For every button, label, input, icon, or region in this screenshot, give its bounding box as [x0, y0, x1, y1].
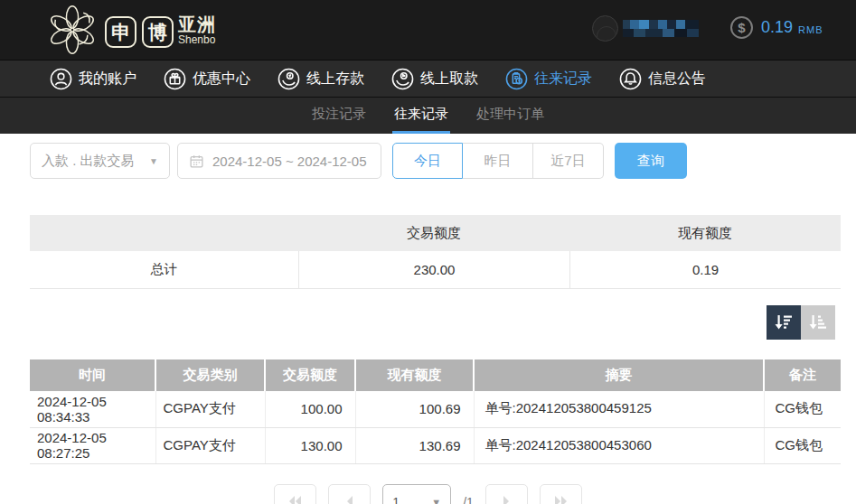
filter-bar: 入款 . 出款交易 ▼ 2024-12-05 ~ 2024-12-05 今日 昨… — [0, 143, 856, 179]
sort-controls — [767, 305, 835, 340]
flower-logo-icon — [45, 3, 99, 57]
summary-table: 交易额度 现有额度 总计 230.00 0.19 — [30, 215, 841, 289]
summary-trade-amount: 230.00 — [298, 251, 569, 288]
yesterday-button[interactable]: 昨日 — [463, 143, 533, 179]
logo-char-box: 博 — [142, 16, 174, 48]
records-header-row: 时间 交易类别 交易额度 现有额度 摘要 备注 — [30, 359, 841, 391]
sort-descending-icon — [774, 313, 794, 332]
next-page-button[interactable] — [485, 484, 528, 504]
table-row: 2024-12-05 08:27:25 CGPAY支付 130.00 130.6… — [30, 427, 841, 463]
double-chevron-right-icon — [552, 494, 569, 504]
date-range-picker[interactable]: 2024-12-05 ~ 2024-12-05 — [177, 143, 381, 179]
sub-nav: 投注记录 往来记录 处理中订单 — [0, 97, 856, 134]
tab-transaction-records[interactable]: 往来记录 — [392, 98, 450, 134]
cell-time: 2024-12-05 08:27:25 — [30, 427, 155, 463]
balance-currency: RMB — [798, 21, 823, 35]
query-button[interactable]: 查询 — [615, 143, 687, 179]
tab-bet-records[interactable]: 投注记录 — [310, 98, 368, 134]
nav-item-my-account[interactable]: 我的账户 — [50, 68, 136, 90]
tab-pending-orders[interactable]: 处理中订单 — [475, 98, 546, 134]
page-select[interactable]: 1 ▼ — [382, 484, 451, 504]
withdraw-icon — [391, 68, 414, 90]
page-select-value: 1 — [392, 495, 400, 504]
nav-label: 线上存款 — [306, 70, 364, 89]
nav-item-deposit[interactable]: 线上存款 — [277, 68, 364, 90]
last-page-button[interactable] — [540, 484, 582, 504]
transaction-type-select[interactable]: 入款 . 出款交易 ▼ — [30, 143, 170, 179]
col-remarks: 备注 — [764, 359, 841, 391]
avatar[interactable] — [592, 15, 618, 42]
logo-region-text: 亚洲 — [178, 15, 216, 34]
gift-icon — [164, 68, 186, 90]
logo-text: 亚洲 Shenbo — [178, 15, 216, 46]
cell-time: 2024-12-05 08:34:33 — [30, 391, 155, 427]
page-total-label: /1 — [463, 484, 474, 504]
last-7-days-button[interactable]: 近7日 — [533, 143, 604, 179]
cell-current-amount: 100.69 — [355, 391, 474, 427]
nav-item-transactions[interactable]: 往来记录 — [505, 68, 592, 90]
chevron-down-icon: ▼ — [149, 156, 158, 166]
records-icon — [505, 68, 528, 90]
today-button[interactable]: 今日 — [392, 143, 463, 179]
dollar-coin-icon: $ — [730, 16, 753, 39]
col-summary: 摘要 — [474, 359, 764, 391]
cell-trade-type: CGPAY支付 — [155, 391, 265, 427]
cell-current-amount: 130.69 — [355, 427, 474, 463]
summary-total-row: 总计 230.00 0.19 — [30, 251, 841, 289]
double-chevron-left-icon — [287, 494, 304, 504]
cell-remarks: CG钱包 — [764, 391, 841, 427]
cell-trade-amount: 130.00 — [265, 427, 355, 463]
summary-header-trade-amount: 交易额度 — [298, 215, 569, 251]
summary-header-current-amount: 现有额度 — [569, 215, 841, 251]
sort-ascending-button[interactable] — [801, 305, 835, 340]
summary-header-row: 交易额度 现有额度 — [30, 215, 841, 251]
chevron-left-icon — [342, 494, 358, 504]
nav-label: 优惠中心 — [193, 70, 250, 89]
user-icon — [50, 68, 72, 90]
cell-trade-type: CGPAY支付 — [155, 427, 265, 463]
col-trade-type: 交易类别 — [155, 359, 265, 391]
cell-remarks: CG钱包 — [764, 427, 841, 463]
nav-item-promotions[interactable]: 优惠中心 — [164, 68, 250, 90]
summary-header-empty — [30, 215, 298, 251]
nav-label: 线上取款 — [420, 70, 478, 89]
table-row: 2024-12-05 08:34:33 CGPAY支付 100.00 100.6… — [30, 391, 841, 427]
col-trade-amount: 交易额度 — [265, 359, 355, 391]
records-table: 时间 交易类别 交易额度 现有额度 摘要 备注 2024-12-05 08:34… — [30, 359, 841, 464]
cell-summary: 单号:202412053800453060 — [474, 427, 764, 463]
logo-en-text: Shenbo — [178, 34, 216, 46]
cell-trade-amount: 100.00 — [265, 391, 355, 427]
main-nav: 我的账户 优惠中心 线上存款 线上取款 往来记录 信息公告 — [0, 60, 856, 97]
select-value: 入款 . 出款交易 — [42, 153, 135, 170]
col-time: 时间 — [30, 359, 155, 391]
deposit-icon — [277, 68, 300, 90]
col-current-amount: 现有额度 — [355, 359, 474, 391]
nav-label: 往来记录 — [534, 70, 592, 89]
nav-item-announcements[interactable]: 信息公告 — [619, 68, 706, 90]
sort-descending-button[interactable] — [767, 305, 801, 340]
first-page-button[interactable] — [274, 484, 316, 504]
top-header: 申 博 亚洲 Shenbo $ 0.19 RMB — [0, 0, 856, 60]
sort-ascending-icon — [808, 313, 828, 332]
nav-label: 信息公告 — [648, 70, 706, 89]
chevron-down-icon: ▼ — [431, 497, 441, 504]
prev-page-button[interactable] — [328, 484, 371, 504]
summary-current-amount: 0.19 — [569, 251, 841, 288]
balance-area[interactable]: $ 0.19 RMB — [730, 16, 823, 39]
date-range-value: 2024-12-05 ~ 2024-12-05 — [212, 154, 367, 169]
logo-char-box: 申 — [105, 16, 136, 48]
username-blurred[interactable] — [623, 20, 699, 37]
cell-summary: 单号:202412053800459125 — [474, 391, 764, 427]
bell-icon — [619, 68, 642, 90]
quick-date-buttons: 今日 昨日 近7日 — [392, 143, 604, 179]
summary-total-label: 总计 — [30, 251, 298, 288]
balance-value: 0.19 — [761, 18, 793, 37]
chevron-right-icon — [498, 494, 514, 504]
nav-label: 我的账户 — [79, 70, 136, 89]
pagination: 1 ▼ /1 — [0, 484, 856, 504]
nav-item-withdraw[interactable]: 线上取款 — [391, 68, 478, 90]
calendar-icon — [189, 154, 204, 169]
